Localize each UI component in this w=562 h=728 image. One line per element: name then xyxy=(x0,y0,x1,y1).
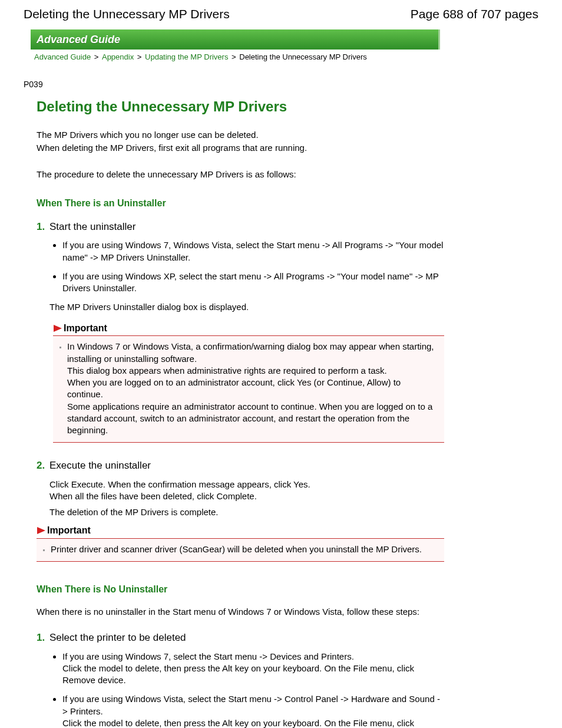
page-heading: Deleting the Unnecessary MP Drivers xyxy=(37,97,444,116)
step-note: The MP Drivers Uninstaller dialog box is… xyxy=(49,301,444,313)
step-title: Execute the uninstaller xyxy=(49,459,444,473)
breadcrumb-link-advanced-guide[interactable]: Advanced Guide xyxy=(34,52,91,61)
important-text: Printer driver and scanner driver (ScanG… xyxy=(51,543,438,555)
important-box: Important In Windows 7 or Windows Vista,… xyxy=(53,322,444,443)
page-indicator: Page 688 of 707 pages xyxy=(411,6,538,22)
intro-line: When deleting the MP Drivers, first exit… xyxy=(37,142,444,154)
page-code: P039 xyxy=(24,79,538,90)
step-number: 1. xyxy=(37,631,49,728)
breadcrumb: Advanced Guide > Appendix > Updating the… xyxy=(34,52,538,62)
svg-marker-1 xyxy=(37,527,45,534)
banner-advanced-guide: Advanced Guide xyxy=(31,29,440,50)
step-title: Start the uninstaller xyxy=(49,220,444,234)
breadcrumb-link-updating-mp-drivers[interactable]: Updating the MP Drivers xyxy=(145,52,228,61)
step-line: The deletion of the MP Drivers is comple… xyxy=(49,506,444,518)
important-text: In Windows 7 or Windows Vista, a confirm… xyxy=(67,341,438,436)
step-number: 1. xyxy=(37,220,49,454)
important-box: Important Printer driver and scanner dri… xyxy=(37,524,444,562)
step-title: Select the printer to be deleted xyxy=(49,631,444,645)
list-item: If you are using Windows 7, Windows Vist… xyxy=(62,239,444,263)
breadcrumb-separator: > xyxy=(137,52,144,61)
breadcrumb-separator: > xyxy=(94,52,101,61)
section-intro: When there is no uninstaller in the Star… xyxy=(37,606,444,618)
list-item: If you are using Windows XP, select the … xyxy=(62,271,444,295)
section-heading-uninstaller: When There is an Uninstaller xyxy=(37,197,444,210)
document-title: Deleting the Unnecessary MP Drivers xyxy=(24,6,230,22)
list-item: If you are using Windows 7, select the S… xyxy=(62,651,444,687)
intro-line: The MP Drivers which you no longer use c… xyxy=(37,129,444,141)
flag-icon xyxy=(37,526,46,535)
list-item: If you are using Windows Vista, select t… xyxy=(62,693,444,728)
important-label: Important xyxy=(64,322,107,335)
step-number: 2. xyxy=(37,459,49,518)
flag-icon xyxy=(53,324,62,332)
step-line: When all the files have been deleted, cl… xyxy=(49,490,444,502)
breadcrumb-separator: > xyxy=(232,52,238,61)
banner-label: Advanced Guide xyxy=(37,32,120,47)
section-heading-no-uninstaller: When There is No Uninstaller xyxy=(37,583,444,596)
step-line: Click Execute. When the confirmation mes… xyxy=(49,479,444,490)
breadcrumb-link-appendix[interactable]: Appendix xyxy=(102,52,134,61)
procedure-intro: The procedure to delete the unnecessary … xyxy=(37,169,444,180)
breadcrumb-current: Deleting the Unnecessary MP Drivers xyxy=(239,52,367,61)
svg-marker-0 xyxy=(54,325,62,332)
important-label: Important xyxy=(47,524,91,537)
